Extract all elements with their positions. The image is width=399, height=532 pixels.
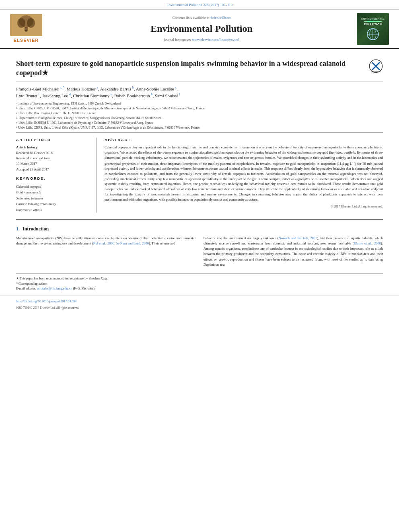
introduction-section: 1. Introduction Manufactured nanoparticl… [16,222,383,292]
page: Environmental Pollution 228 (2017) 102–1… [0,0,399,532]
author-names: François-Gaël Michalec a, *, Markus Holz… [16,85,383,99]
author-names-text: François-Gaël Michalec a, *, Markus Holz… [16,86,178,91]
authors-section: François-Gaël Michalec a, *, Markus Holz… [16,82,383,132]
introduction-text-columns: Manufactured nanoparticles (NPs) have re… [16,236,383,267]
klaine-ref-link[interactable]: Klaine et al., 2008 [354,241,381,245]
doi-section: http://dx.doi.org/10.1016/j.envpol.2017.… [0,296,399,305]
nowack-ref-link[interactable]: Nowack and Bucheli, 2007 [279,236,317,240]
article-history: Article history: Received 18 October 201… [16,145,90,172]
keyword-2: Gold nanoparticle [16,189,90,195]
elsevier-wordmark: ELSEVIER [14,37,39,43]
svg-point-2 [17,18,25,28]
article-title-section: Short-term exposure to gold nanoparticle… [16,53,383,82]
keyword-5: Eurytemora affinis [16,207,90,213]
doi-link[interactable]: http://dx.doi.org/10.1016/j.envpol.2017.… [16,300,76,303]
journal-info-center: Contents lists available at ScienceDirec… [48,15,355,42]
affiliation-b: b Univ. Lille, CNRS, UMR 8520, IEMN, Ins… [16,106,383,111]
journal-title: Environmental Pollution [56,22,347,36]
journal-header: ELSEVIER Contents lists available at Sci… [0,10,399,49]
article-content: Short-term exposure to gold nanoparticle… [0,49,399,296]
keyword-3: Swimming behavior [16,195,90,201]
affiliation-a: a Institute of Environmental Engineering… [16,101,383,106]
svg-text:CrossMark: CrossMark [371,70,381,73]
affiliations: a Institute of Environmental Engineering… [16,101,383,130]
revised-date: 13 March 2017 [16,161,90,167]
nel-ref-link[interactable]: Nel et al., 2006; Ju-Nam and Lead, 2008 [93,241,149,245]
abstract-text: Calanoid copepods play an important role… [105,145,383,202]
footnote-email: E-mail address: michalec@ifu.haug.ethz.c… [16,286,383,292]
intro-col1: Manufactured nanoparticles (NPs) have re… [16,236,195,267]
article-info-column: ARTICLE INFO Article history: Received 1… [16,138,97,213]
info-abstract-section: ARTICLE INFO Article history: Received 1… [16,132,383,217]
copyright-line: © 2017 Elsevier Ltd. All rights reserved… [105,204,383,209]
svg-point-3 [27,18,35,28]
footnote-star2: * Corresponding author. [16,281,383,287]
introduction-title: 1. Introduction [16,226,383,232]
email-suffix: (F.-G. Michalec). [73,287,95,290]
affiliation-d: d Department of Biological Science, Coll… [16,116,383,121]
author-names-text-2: Loïc Brunet c, Jae-Seong Lee d, Christia… [16,93,180,98]
journal-homepage-link[interactable]: www.elsevier.com/locate/envpol [192,37,239,41]
revised-label: Received in revised form [16,156,90,161]
article-info-heading: ARTICLE INFO [16,138,90,143]
affiliation-e: e Univ. Lille, INSERM U 1003, Laboratoir… [16,121,383,125]
elsevier-logo-area: ELSEVIER [4,14,48,43]
section-divider [16,219,383,220]
accepted-date: Accepted 29 April 2017 [16,167,90,173]
top-journal-bar: Environmental Pollution 228 (2017) 102–1… [0,0,399,10]
keyword-list: Calanoid copepod Gold nanoparticle Swimm… [16,184,90,213]
article-title: Short-term exposure to gold nanoparticle… [16,59,369,78]
science-direct-link[interactable]: ScienceDirect [210,16,230,20]
email-label: E-mail address: [16,287,36,290]
keyword-1: Calanoid copepod [16,184,90,189]
intro-col2: behavior into the environment are largel… [204,236,383,267]
journal-homepage-line: journal homepage: www.elsevier.com/locat… [56,37,347,42]
footnote-star1: ★ This paper has been recommended for ac… [16,276,383,281]
abstract-column: ABSTRACT Calanoid copepods play an impor… [105,138,383,213]
env-pollution-badge: ENVIRONMENTAL POLLUTION [357,13,389,45]
crossmark-badge: CrossMark [369,59,383,73]
journal-badge-area: ENVIRONMENTAL POLLUTION [355,13,391,45]
affiliation-f: f Univ. Lille, CNRS, Univ. Littoral Côte… [16,125,383,130]
footnotes: ★ This paper has been recommended for ac… [16,273,383,292]
science-direct-line: Contents lists available at ScienceDirec… [56,15,347,21]
introduction-heading: Introduction [23,226,49,232]
affiliation-c: c Univ. Lille, Bio Imaging Center Lille,… [16,111,383,116]
email-link[interactable]: michalec@ifu.haug.ethz.ch [37,287,72,290]
section-number: 1. [16,226,20,232]
keywords-heading: Keywords: [16,176,90,181]
keywords-section: Keywords: Calanoid copepod Gold nanopart… [16,176,90,213]
svg-point-5 [25,30,27,32]
issn-line: 0269-7491/© 2017 Elsevier Ltd. All right… [0,305,399,311]
received-date: Received 18 October 2016 [16,150,90,156]
elsevier-tree-image [10,14,42,36]
abstract-heading: ABSTRACT [105,138,383,143]
journal-reference: Environmental Pollution 228 (2017) 102–1… [167,3,232,7]
history-label: Article history: [16,145,90,150]
keyword-4: Particle tracking velocimetry [16,201,90,207]
